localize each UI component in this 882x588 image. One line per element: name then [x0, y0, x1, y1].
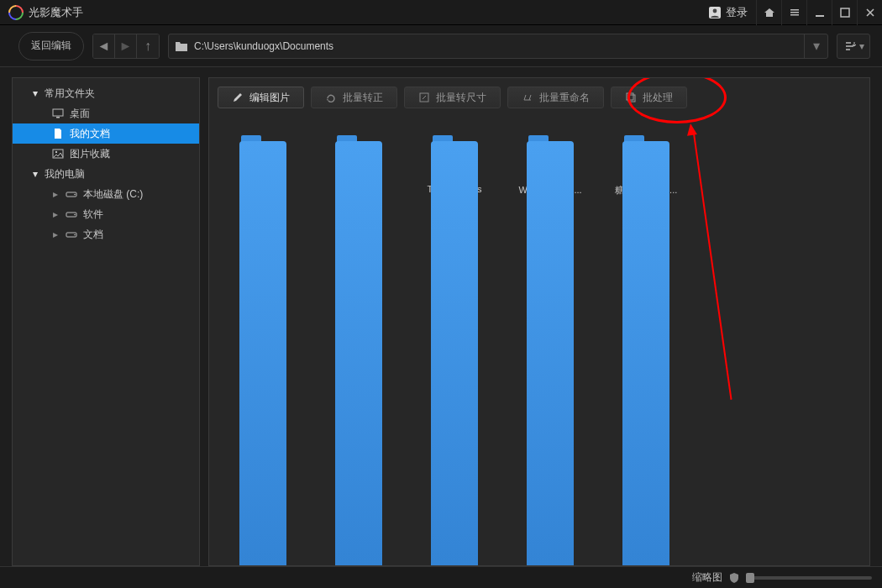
sidebar-label: 常用文件夹 [45, 87, 95, 101]
pencil-icon [232, 92, 244, 103]
batch-rotate-button[interactable]: 批量转正 [311, 87, 397, 108]
svg-rect-9 [56, 117, 60, 118]
resize-icon [418, 92, 430, 103]
menu-icon [789, 7, 801, 18]
svg-point-15 [74, 214, 76, 216]
sidebar-label: 我的电脑 [45, 167, 85, 181]
close-icon [864, 7, 876, 18]
sort-icon [843, 40, 857, 52]
expand-icon: ▸ [51, 208, 60, 220]
drive-icon [65, 210, 78, 218]
arrow-up-icon: ↑ [144, 39, 151, 54]
sort-button[interactable]: ▾ [837, 34, 870, 59]
action-row: 编辑图片 批量转正 批量转尺寸 批量重命名 批处理 [209, 78, 869, 110]
folder-item[interactable]: QQPCMgr [318, 135, 399, 197]
batch-rename-button[interactable]: 批量重命名 [507, 87, 604, 108]
edit-picture-button[interactable]: 编辑图片 [218, 87, 304, 108]
button-label: 批量重命名 [539, 91, 590, 105]
svg-rect-20 [628, 95, 635, 102]
svg-rect-4 [790, 12, 799, 13]
rename-icon [522, 92, 533, 103]
svg-rect-8 [53, 109, 63, 116]
svg-rect-19 [627, 93, 633, 100]
desktop-icon [51, 108, 65, 118]
sidebar-item-local-c[interactable]: ▸ 本地磁盘 (C:) [13, 184, 199, 204]
back-label: 返回编辑 [31, 39, 71, 53]
folder-grid: Jingoal QQPCMgr Tencent Files WiFi连接管理..… [209, 110, 869, 222]
batch-icon [625, 92, 637, 103]
nav-back-button[interactable]: ◄ [93, 34, 115, 58]
folder-icon [236, 135, 290, 177]
status-bar: 缩略图 [0, 566, 882, 588]
button-label: 批量转正 [343, 91, 383, 105]
home-icon [764, 7, 775, 18]
path-text: C:\Users\kunduogx\Documents [194, 40, 804, 52]
sidebar-label: 本地磁盘 (C:) [83, 187, 143, 202]
svg-point-2 [713, 8, 717, 13]
expand-icon: ▸ [51, 188, 60, 200]
sidebar-item-software[interactable]: ▸ 软件 [13, 204, 199, 224]
path-bar[interactable]: C:\Users\kunduogx\Documents ▾ [168, 34, 828, 59]
close-button[interactable] [857, 0, 882, 25]
expand-icon: ▸ [51, 228, 60, 240]
svg-point-11 [55, 151, 57, 153]
folder-item[interactable]: Jingoal [223, 135, 303, 197]
svg-point-13 [74, 194, 76, 196]
svg-point-17 [74, 234, 76, 236]
document-icon [51, 128, 65, 139]
nav-up-button[interactable]: ↑ [137, 34, 159, 58]
folder-icon [428, 135, 481, 177]
nav-forward-button[interactable]: ► [115, 34, 137, 58]
batch-process-button[interactable]: 批处理 [611, 87, 687, 108]
svg-rect-6 [816, 15, 824, 17]
folder-item[interactable]: 糖果相机app ... [606, 135, 686, 197]
sidebar-item-docs[interactable]: ▸ 文档 [13, 224, 199, 244]
menu-button[interactable] [781, 0, 806, 25]
chevron-down-icon: ▾ [859, 40, 864, 52]
toolbar: 返回编辑 ◄ ► ↑ C:\Users\kunduogx\Documents ▾… [0, 25, 882, 67]
thumbnail-size-slider[interactable] [746, 576, 872, 580]
button-label: 编辑图片 [249, 91, 290, 105]
drive-icon [65, 190, 78, 198]
user-icon [708, 6, 722, 19]
collapse-icon: ▾ [31, 168, 39, 180]
batch-resize-button[interactable]: 批量转尺寸 [404, 87, 501, 108]
drive-icon [65, 230, 78, 239]
sidebar-item-my-computer[interactable]: ▾ 我的电脑 [13, 164, 199, 184]
arrow-left-icon: ◄ [97, 39, 111, 54]
home-button[interactable] [756, 0, 781, 25]
thumbnail-label: 缩略图 [692, 570, 722, 585]
maximize-icon [839, 7, 851, 18]
sidebar-item-desktop[interactable]: 桌面 [13, 103, 199, 123]
collapse-icon: ▾ [31, 87, 39, 99]
folder-icon [169, 40, 194, 52]
path-dropdown-button[interactable]: ▾ [804, 34, 827, 58]
maximize-button[interactable] [832, 0, 857, 25]
main-panel: 编辑图片 批量转正 批量转尺寸 批量重命名 批处理 Jingoal [208, 77, 870, 566]
login-button[interactable]: 登录 [700, 5, 756, 20]
shield-icon [729, 572, 739, 584]
sidebar-label: 软件 [83, 207, 103, 222]
sidebar-item-common-folders[interactable]: ▾ 常用文件夹 [13, 83, 199, 103]
sidebar: ▾ 常用文件夹 桌面 我的文档 图片收藏 ▾ 我的电脑 ▸ [12, 77, 200, 566]
folder-item[interactable]: WiFi连接管理... [510, 135, 591, 197]
svg-rect-3 [790, 9, 799, 11]
sidebar-label: 图片收藏 [70, 147, 110, 161]
button-label: 批处理 [643, 91, 673, 105]
svg-rect-5 [790, 14, 799, 16]
folder-item[interactable]: Tencent Files [414, 135, 495, 197]
chevron-down-icon: ▾ [813, 38, 820, 54]
titlebar: 光影魔术手 登录 [0, 0, 882, 25]
sidebar-item-my-documents[interactable]: 我的文档 [13, 123, 199, 144]
button-label: 批量转尺寸 [436, 91, 486, 105]
image-icon [51, 149, 65, 159]
nav-arrows: ◄ ► ↑ [92, 34, 160, 59]
login-label: 登录 [726, 5, 748, 20]
sidebar-label: 桌面 [70, 107, 90, 121]
back-to-edit-button[interactable]: 返回编辑 [18, 32, 84, 60]
minimize-button[interactable] [806, 0, 832, 25]
svg-rect-7 [841, 8, 849, 17]
app-logo-icon [8, 5, 24, 20]
rotate-icon [325, 92, 337, 103]
sidebar-item-picture-favorites[interactable]: 图片收藏 [13, 144, 199, 164]
